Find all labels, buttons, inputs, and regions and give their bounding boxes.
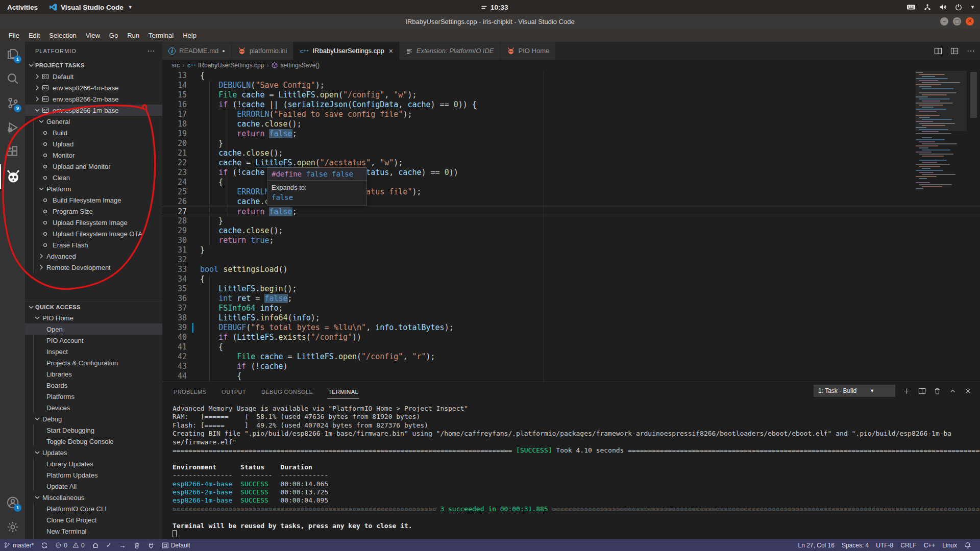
project-task-item[interactable]: Upload bbox=[25, 138, 162, 149]
menu-help[interactable]: Help bbox=[178, 30, 201, 41]
app-menu[interactable]: Visual Studio Code ▼ bbox=[49, 3, 133, 11]
quick-access-item[interactable]: Libraries bbox=[25, 368, 162, 380]
breadcrumb-item[interactable]: settingsSave() bbox=[271, 62, 320, 69]
status-pio-home[interactable] bbox=[88, 539, 103, 551]
project-task-item[interactable]: Build Filesystem Image bbox=[25, 194, 162, 206]
activity-account-icon[interactable]: 1 bbox=[0, 490, 25, 515]
minimap[interactable] bbox=[916, 72, 967, 190]
code-line[interactable]: 14 DEBUGLN("Save Config"); bbox=[162, 81, 980, 90]
section-project-tasks[interactable]: PROJECT TASKS bbox=[25, 60, 162, 71]
activity-source-control-icon[interactable]: 9 bbox=[0, 91, 25, 115]
panel-tab-terminal[interactable]: TERMINAL bbox=[327, 385, 359, 398]
quick-access-item[interactable]: Toggle Debug Console bbox=[25, 436, 162, 447]
project-task-item[interactable]: Remote Development bbox=[25, 262, 162, 273]
code-line[interactable]: 33bool settingsLoad() bbox=[162, 265, 980, 274]
section-quick-access[interactable]: QUICK ACCESS bbox=[25, 301, 162, 312]
code-line[interactable]: 39 DEBUGF("fs total bytes = %llu\n", inf… bbox=[162, 323, 980, 333]
status-pio-clean[interactable] bbox=[130, 539, 144, 551]
project-task-item[interactable]: General bbox=[25, 116, 162, 127]
quick-access-item[interactable]: Update All bbox=[25, 481, 162, 492]
status-indentation[interactable]: Spaces: 4 bbox=[838, 539, 872, 551]
code-line[interactable]: 17 ERRORLN("Failed to save config file")… bbox=[162, 110, 980, 119]
quick-access-item[interactable]: Clone Git Project bbox=[25, 514, 162, 525]
tab-pio-home[interactable]: PIO Home bbox=[501, 42, 556, 60]
project-task-item[interactable]: env:esp8266-4m-base bbox=[25, 82, 162, 93]
breadcrumb-item[interactable]: src bbox=[172, 62, 180, 69]
layout-icon[interactable] bbox=[950, 47, 959, 55]
close-button[interactable]: ✕ bbox=[966, 17, 974, 26]
more-icon[interactable]: ⋯ bbox=[967, 46, 975, 56]
status-pio-serial-monitor[interactable] bbox=[144, 539, 158, 551]
code-line[interactable]: 15 File cache = LittleFS.open("/config",… bbox=[162, 90, 980, 100]
code-line[interactable]: 27 return false; bbox=[162, 207, 980, 216]
close-icon[interactable]: × bbox=[389, 47, 393, 55]
code-line[interactable]: 37 FSInfo64 info; bbox=[162, 304, 980, 313]
activity-explorer-icon[interactable]: 1 bbox=[0, 42, 25, 66]
status-pio-build[interactable]: ✓ bbox=[103, 539, 115, 551]
quick-access-item[interactable]: PlatformIO Core CLI bbox=[25, 503, 162, 514]
project-task-item[interactable]: Default bbox=[25, 71, 162, 82]
code-line[interactable]: 36 int ret = false; bbox=[162, 294, 980, 304]
code-line[interactable]: 35 LittleFS.begin(); bbox=[162, 284, 980, 294]
code-line[interactable]: 44 { bbox=[162, 371, 980, 381]
system-tray[interactable]: ▼ bbox=[906, 0, 975, 14]
quick-access-item[interactable]: Start Debugging bbox=[25, 424, 162, 436]
quick-access-item[interactable]: Library Updates bbox=[25, 458, 162, 469]
quick-access-item[interactable]: Miscellaneous bbox=[25, 492, 162, 503]
project-task-item[interactable]: Platform bbox=[25, 183, 162, 194]
status-sync[interactable] bbox=[37, 539, 52, 551]
activity-search-icon[interactable] bbox=[0, 66, 25, 91]
panel-tab-debug-console[interactable]: DEBUG CONSOLE bbox=[260, 385, 314, 398]
status-encoding[interactable]: UTF-8 bbox=[872, 539, 897, 551]
tab-irbabyusersettings-cpp[interactable]: C⁺⁺IRbabyUserSettings.cpp× bbox=[293, 42, 399, 60]
code-line[interactable]: 13{ bbox=[162, 71, 980, 81]
quick-access-item[interactable]: Platform Updates bbox=[25, 469, 162, 481]
quick-access-item[interactable]: Inspect bbox=[25, 346, 162, 357]
breadcrumb-item[interactable]: C⁺⁺IRbabyUserSettings.cpp bbox=[187, 61, 264, 69]
project-task-item[interactable]: Monitor bbox=[25, 149, 162, 161]
project-task-item[interactable]: Erase Flash bbox=[25, 239, 162, 251]
terminal-task-selector[interactable]: 1: Task - Build ▼ bbox=[814, 385, 895, 397]
code-line[interactable]: 30 return true; bbox=[162, 236, 980, 245]
project-task-item[interactable]: env:esp8266-1m-base bbox=[25, 105, 162, 116]
project-task-item[interactable]: Clean bbox=[25, 172, 162, 183]
chevron-up-icon[interactable] bbox=[949, 387, 957, 395]
maximize-button[interactable]: ▢ bbox=[953, 17, 961, 26]
code-line[interactable]: 19 return false; bbox=[162, 129, 980, 139]
menu-go[interactable]: Go bbox=[105, 30, 122, 41]
code-line[interactable]: 20 } bbox=[162, 139, 980, 148]
activity-settings-gear-icon[interactable] bbox=[0, 515, 25, 539]
code-line[interactable]: 38 LittleFS.info64(info); bbox=[162, 313, 980, 323]
quick-access-item[interactable]: Boards bbox=[25, 380, 162, 391]
code-line[interactable]: 22 cache = LittleFS.open("/acstatus", "w… bbox=[162, 158, 980, 168]
quick-access-item[interactable]: Projects & Configuration bbox=[25, 357, 162, 368]
split-panel-icon[interactable] bbox=[918, 387, 926, 395]
sidebar-more-actions[interactable]: ⋯ bbox=[147, 46, 155, 56]
status-notifications[interactable] bbox=[961, 539, 975, 551]
quick-access-item[interactable]: Updates bbox=[25, 447, 162, 458]
activity-run-debug-icon[interactable] bbox=[0, 115, 25, 140]
project-task-item[interactable]: Program Size bbox=[25, 206, 162, 217]
code-line[interactable]: 43 if (!cache) bbox=[162, 362, 980, 371]
project-task-item[interactable]: Upload Filesystem Image bbox=[25, 217, 162, 228]
trash-icon[interactable] bbox=[934, 387, 941, 395]
quick-access-item[interactable]: PIO Account bbox=[25, 335, 162, 346]
menu-run[interactable]: Run bbox=[122, 30, 144, 41]
activity-extensions-icon[interactable] bbox=[0, 140, 25, 164]
quick-access-item[interactable]: Debug bbox=[25, 413, 162, 424]
tab-readme-md[interactable]: iREADME.md● bbox=[162, 42, 232, 60]
code-line[interactable]: 28 } bbox=[162, 216, 980, 226]
project-task-item[interactable]: Advanced bbox=[25, 251, 162, 262]
status-git-branch[interactable]: master* bbox=[0, 539, 37, 551]
project-task-item[interactable]: env:esp8266-2m-base bbox=[25, 93, 162, 105]
terminal-output[interactable]: Advanced Memory Usage is available via "… bbox=[162, 400, 980, 539]
status-problems[interactable]: 00 bbox=[52, 539, 88, 551]
menu-edit[interactable]: Edit bbox=[24, 30, 44, 41]
menu-view[interactable]: View bbox=[81, 30, 105, 41]
status-cursor-position[interactable]: Ln 27, Col 16 bbox=[795, 539, 838, 551]
close-icon[interactable] bbox=[964, 387, 972, 395]
quick-access-item[interactable]: Open bbox=[25, 323, 162, 335]
menu-selection[interactable]: Selection bbox=[44, 30, 81, 41]
code-line[interactable]: 29 cache.close(); bbox=[162, 226, 980, 236]
quick-access-item[interactable]: New Terminal bbox=[25, 525, 162, 537]
